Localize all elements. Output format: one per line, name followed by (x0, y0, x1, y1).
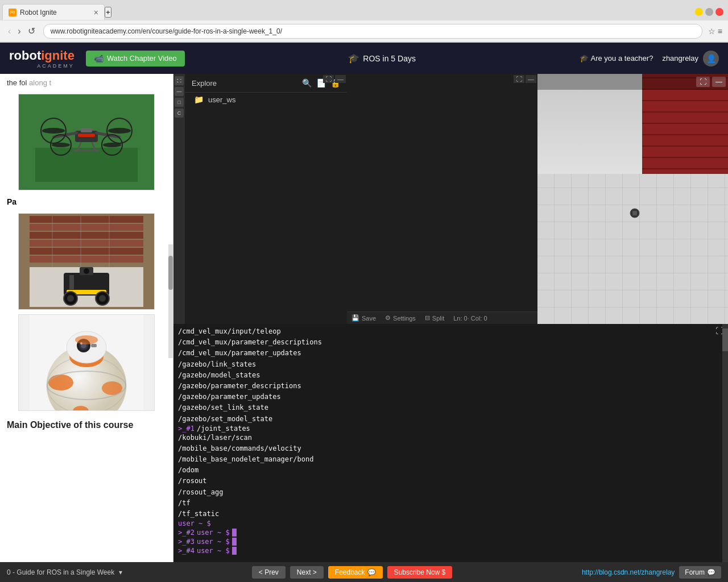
svg-point-32 (99, 295, 106, 302)
tab-close-button[interactable]: × (94, 8, 98, 17)
prev-button[interactable]: < Prev (252, 566, 286, 579)
course-badge: 🎓 ROS in 5 Days (348, 53, 416, 64)
feedback-label: Feedback (335, 568, 365, 576)
svg-point-10 (52, 143, 70, 147)
terminal-scrollbar[interactable] (722, 324, 728, 562)
prompt-1-cmd: /joint_states (197, 425, 250, 433)
feedback-button[interactable]: Feedback 💬 (328, 566, 383, 579)
browser-chrome: RI Robot Ignite × + ‹ › ↺ www.robotignit… (0, 0, 728, 43)
settings-icon: ⚙ (385, 314, 391, 322)
terminal-line: /gazebo/model_states (178, 370, 723, 381)
cursor-2 (232, 529, 237, 537)
editor-minimize-button[interactable]: — (526, 75, 536, 83)
file-explorer: ⛶ — Explore 🔍 📄 🔒 📁 (185, 74, 347, 324)
user-area[interactable]: zhangrelay 👤 (662, 51, 719, 66)
intro-content: the fol (7, 78, 27, 87)
terminal-prompt-line-1: >_#1 /joint_states (178, 425, 723, 433)
course-title: ROS in 5 Days (363, 54, 416, 63)
editor-row: ⛶ — □ C ⛶ — Explore (173, 74, 728, 324)
square-control[interactable]: □ (175, 98, 184, 107)
logo-robot: robot (9, 48, 41, 63)
editor-statusbar: 💾 Save ⚙ Settings ⊟ Split (347, 311, 537, 324)
terminal-line: /cmd_vel_mux/input/teleop (178, 326, 723, 337)
expand-control[interactable]: ⛶ (175, 76, 184, 85)
window-restore[interactable] (705, 8, 713, 16)
graduation-icon: 🎓 (348, 53, 359, 64)
bottom-bar: 0 - Guide for ROS in a Single Week ▾ < P… (0, 562, 728, 582)
course-dropdown-icon[interactable]: ▾ (119, 568, 122, 576)
terminal-line: /gazebo/link_states (178, 359, 723, 370)
address-bar[interactable]: www.robotigniteacademy.com/en/course/gui… (43, 24, 702, 39)
svg-point-51 (75, 335, 98, 344)
user-icon: 👤 (706, 54, 716, 63)
section-partial: Pa (0, 193, 173, 211)
robot-images: Pa (0, 92, 173, 413)
menu-icon[interactable]: ≡ (717, 26, 723, 37)
sim-fullscreen-button[interactable]: ⛶ (696, 77, 710, 87)
bookmark-icon[interactable]: ☆ (707, 26, 717, 37)
svg-rect-19 (30, 232, 143, 239)
logo-area: robotignite ACADEMY (9, 48, 75, 69)
subscribe-button[interactable]: Subscribe Now $ (387, 566, 453, 579)
bottom-right: http://blog.csdn.net/zhangrelay Forum 💬 (582, 566, 721, 579)
terminal-prompt-line-4: >_#4 user ~ $ (178, 547, 723, 555)
prompt-2-label: >_#2 (178, 529, 195, 537)
back-button[interactable]: ‹ (5, 25, 14, 38)
minimize-control[interactable]: — (175, 87, 184, 96)
watch-video-label: Watch Chapter Video (107, 54, 177, 63)
terminal-line: /tf_static (178, 509, 723, 519)
svg-point-34 (84, 268, 89, 274)
forum-button[interactable]: Forum 💬 (679, 566, 721, 579)
folder-item-user-ws[interactable]: 📁 user_ws (185, 93, 347, 106)
watch-video-button[interactable]: 📹 Watch Chapter Video (86, 51, 185, 66)
terminal-scrollbar-thumb (722, 329, 728, 351)
terminal-line: /mobile_base/commands/velocity (178, 443, 723, 454)
window-minimize[interactable] (695, 8, 703, 16)
save-status[interactable]: 💾 Save (351, 314, 376, 322)
fe-fullscreen-button[interactable]: ⛶ (323, 75, 334, 83)
new-tab-button[interactable]: + (105, 7, 111, 18)
bb8-robot-image (18, 314, 155, 411)
line-col-text: Ln: 0· Col: 0 (453, 315, 487, 322)
tab-title: Robot Ignite (20, 9, 89, 16)
intro-content2: along t (29, 78, 51, 87)
camera-icon: 📹 (94, 54, 104, 63)
teacher-button[interactable]: 🎓 Are you a teacher? (580, 54, 653, 63)
teacher-icon: 🎓 (580, 54, 589, 63)
section-partial-text: Pa (7, 197, 16, 206)
scroll-indicator[interactable] (168, 244, 173, 358)
fe-minimize-button[interactable]: — (335, 75, 346, 83)
svg-rect-21 (30, 248, 143, 255)
next-button[interactable]: Next > (290, 566, 324, 579)
settings-status[interactable]: ⚙ Settings (385, 314, 416, 322)
logo: robotignite ACADEMY (9, 48, 75, 69)
blog-link[interactable]: http://blog.csdn.net/zhangrelay (582, 568, 675, 576)
forum-icon: 💬 (707, 568, 715, 576)
feedback-icon: 💬 (367, 568, 376, 576)
split-status[interactable]: ⊟ Split (425, 314, 444, 322)
main-area: the fol along t (0, 74, 728, 562)
sim-toolbar: ⛶ — (537, 74, 728, 90)
terminal-line: /gazebo/set_model_state (178, 414, 723, 425)
save-label: Save (362, 315, 376, 322)
svg-rect-50 (91, 344, 97, 347)
sim-minimize-button[interactable]: — (712, 77, 726, 87)
refresh-button[interactable]: ↺ (24, 24, 39, 38)
bottom-left: 0 - Guide for ROS in a Single Week ▾ (7, 568, 122, 576)
search-icon[interactable]: 🔍 (302, 78, 312, 88)
c-control[interactable]: C (175, 109, 184, 118)
editor-sim-row: ⛶ — 💾 Save ⚙ (347, 74, 728, 324)
forward-button[interactable]: › (14, 25, 24, 38)
current-prompt-line: user ~ $ (178, 519, 723, 527)
window-close[interactable] (715, 8, 723, 16)
browser-navigation: ‹ › ↺ www.robotigniteacademy.com/en/cour… (0, 20, 728, 42)
browser-tab-active[interactable]: RI Robot Ignite × (2, 4, 105, 20)
app-topbar: robotignite ACADEMY 📹 Watch Chapter Vide… (0, 43, 728, 74)
prompt-4-label: >_#4 (178, 547, 195, 555)
code-editor: ⛶ — 💾 Save ⚙ (347, 74, 537, 324)
save-icon: 💾 (351, 314, 359, 322)
section-title: Main Objective of this course (0, 413, 173, 437)
svg-rect-35 (69, 275, 74, 289)
editor-fullscreen-button[interactable]: ⛶ (514, 75, 524, 83)
svg-rect-22 (30, 256, 143, 263)
